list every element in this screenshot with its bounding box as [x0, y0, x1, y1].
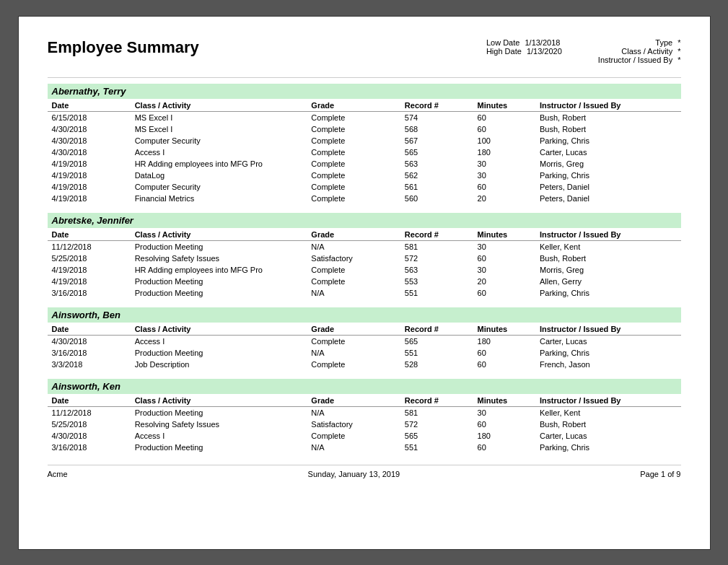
report-footer: Acme Sunday, January 13, 2019 Page 1 of …: [48, 465, 681, 478]
cell-record: 551: [400, 287, 473, 300]
instructor-filter-label: Instructor / Issued By: [598, 56, 672, 64]
col-header-date: Date: [48, 323, 131, 336]
cell-date: 4/19/2018: [48, 264, 131, 276]
employee-table: Date Class / Activity Grade Record # Min…: [48, 394, 681, 455]
cell-date: 4/19/2018: [48, 170, 131, 181]
cell-instructor: Bush, Robert: [535, 111, 681, 123]
cell-grade: Complete: [307, 170, 400, 181]
table-row: 4/19/2018 DataLog Complete 562 30 Parkin…: [48, 170, 681, 181]
cell-class: HR Adding employees into MFG Pro: [131, 264, 307, 276]
col-header-record: Record #: [400, 228, 473, 241]
cell-class: DataLog: [131, 170, 307, 181]
cell-minutes: 20: [473, 276, 535, 287]
cell-grade: N/A: [307, 347, 400, 359]
cell-record: 565: [400, 146, 473, 158]
col-header-minutes: Minutes: [473, 228, 535, 241]
cell-instructor: Carter, Lucas: [535, 335, 681, 347]
cell-date: 3/16/2018: [48, 442, 131, 455]
cell-instructor: Parking, Chris: [535, 170, 681, 181]
employees-container: Abernathy, Terry Date Class / Activity G…: [48, 84, 681, 455]
cell-record: 562: [400, 170, 473, 181]
employee-name: Abretske, Jennifer: [48, 213, 681, 228]
cell-date: 3/3/2018: [48, 359, 131, 372]
cell-grade: Complete: [307, 193, 400, 206]
cell-minutes: 60: [473, 419, 535, 430]
cell-grade: N/A: [307, 406, 400, 419]
cell-grade: Satisfactory: [307, 419, 400, 430]
table-row: 3/16/2018 Production Meeting N/A 551 60 …: [48, 442, 681, 455]
class-label: Class / Activity: [621, 47, 672, 56]
class-row: Class / Activity *: [598, 47, 681, 56]
cell-date: 5/25/2018: [48, 419, 131, 430]
cell-date: 4/19/2018: [48, 193, 131, 206]
cell-record: 568: [400, 123, 473, 135]
table-row: 5/25/2018 Resolving Safety Issues Satisf…: [48, 419, 681, 430]
cell-instructor: Carter, Lucas: [535, 146, 681, 158]
low-date-value: 1/13/2018: [525, 38, 560, 47]
col-header-date: Date: [48, 394, 131, 407]
table-row: 3/3/2018 Job Description Complete 528 60…: [48, 359, 681, 372]
cell-grade: Satisfactory: [307, 253, 400, 264]
col-header-record: Record #: [400, 394, 473, 407]
footer-company: Acme: [48, 470, 68, 478]
cell-class: Job Description: [131, 359, 307, 372]
cell-record: 567: [400, 135, 473, 146]
footer-page: Page 1 of 9: [640, 470, 680, 478]
cell-grade: N/A: [307, 442, 400, 455]
cell-class: Access I: [131, 335, 307, 347]
cell-minutes: 60: [473, 347, 535, 359]
cell-grade: Complete: [307, 359, 400, 372]
table-row: 4/19/2018 Financial Metrics Complete 560…: [48, 193, 681, 206]
type-row: Type *: [598, 38, 681, 47]
cell-minutes: 60: [473, 253, 535, 264]
cell-minutes: 180: [473, 430, 535, 442]
header-divider: [48, 77, 681, 78]
cell-record: 574: [400, 111, 473, 123]
type-value: *: [677, 38, 680, 47]
cell-date: 11/12/2018: [48, 240, 131, 253]
cell-grade: Complete: [307, 276, 400, 287]
cell-minutes: 30: [473, 264, 535, 276]
cell-minutes: 180: [473, 146, 535, 158]
cell-record: 551: [400, 347, 473, 359]
cell-record: 565: [400, 335, 473, 347]
employee-table: Date Class / Activity Grade Record # Min…: [48, 228, 681, 300]
date-meta: Low Date 1/13/2018 High Date 1/13/2020: [486, 38, 562, 64]
cell-instructor: Peters, Daniel: [535, 181, 681, 193]
filter-meta: Type * Class / Activity * Instructor / I…: [598, 38, 681, 64]
employee-name: Ainsworth, Ken: [48, 379, 681, 394]
employee-name: Ainsworth, Ben: [48, 307, 681, 323]
cell-record: 565: [400, 430, 473, 442]
col-header-date: Date: [48, 99, 131, 112]
cell-grade: N/A: [307, 240, 400, 253]
cell-instructor: Keller, Kent: [535, 240, 681, 253]
cell-date: 5/25/2018: [48, 253, 131, 264]
cell-minutes: 60: [473, 123, 535, 135]
cell-date: 4/30/2018: [48, 135, 131, 146]
cell-class: Production Meeting: [131, 287, 307, 300]
col-header-instructor: Instructor / Issued By: [535, 323, 681, 336]
cell-minutes: 60: [473, 359, 535, 372]
cell-minutes: 100: [473, 135, 535, 146]
cell-record: 551: [400, 442, 473, 455]
report-title: Employee Summary: [48, 38, 199, 57]
col-header-class: Class / Activity: [131, 394, 307, 407]
cell-minutes: 180: [473, 335, 535, 347]
cell-record: 581: [400, 406, 473, 419]
cell-record: 572: [400, 253, 473, 264]
cell-grade: Complete: [307, 264, 400, 276]
col-header-class: Class / Activity: [131, 323, 307, 336]
cell-date: 6/15/2018: [48, 111, 131, 123]
table-row: 11/12/2018 Production Meeting N/A 581 30…: [48, 406, 681, 419]
high-date-row: High Date 1/13/2020: [486, 47, 562, 56]
report-page: Employee Summary Low Date 1/13/2018 High…: [18, 16, 711, 550]
table-row: 11/12/2018 Production Meeting N/A 581 30…: [48, 240, 681, 253]
cell-record: 561: [400, 181, 473, 193]
col-header-grade: Grade: [307, 99, 400, 112]
cell-date: 4/30/2018: [48, 123, 131, 135]
cell-record: 563: [400, 158, 473, 170]
cell-instructor: Parking, Chris: [535, 347, 681, 359]
report-header: Employee Summary Low Date 1/13/2018 High…: [48, 38, 681, 64]
cell-date: 3/16/2018: [48, 287, 131, 300]
employee-section: Abernathy, Terry Date Class / Activity G…: [48, 84, 681, 206]
